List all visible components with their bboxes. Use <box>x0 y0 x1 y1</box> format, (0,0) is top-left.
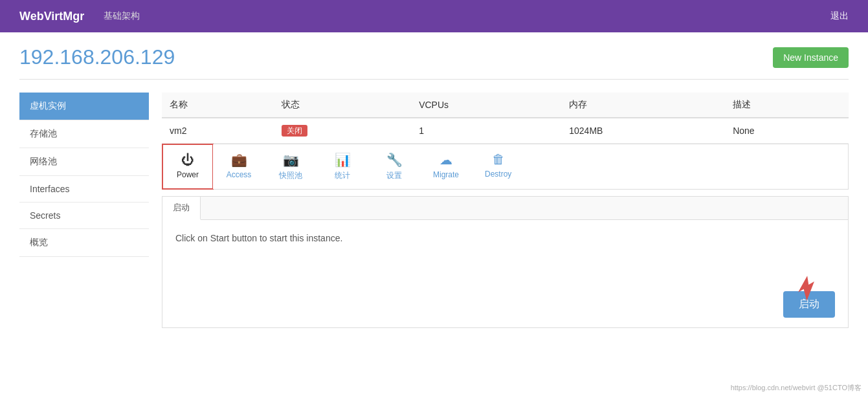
snapshots-button[interactable]: 📷 快照池 <box>265 144 317 189</box>
settings-button[interactable]: 🔧 设置 <box>368 144 420 189</box>
content-area: 虚机实例 存储池 网络池 Interfaces Secrets 概览 <box>19 93 849 328</box>
footer-watermark: @51CTO博客 <box>818 384 862 391</box>
destroy-button[interactable]: 🗑 Destroy <box>472 144 524 189</box>
new-instance-button[interactable]: New Instance <box>773 47 849 68</box>
instance-table: 名称 状态 VCPUs 内存 描述 vm2 关闭 1 1024MB <box>162 93 849 144</box>
sidebar-item-interfaces[interactable]: Interfaces <box>19 176 149 203</box>
stats-button[interactable]: 📊 统计 <box>317 144 368 189</box>
tab-start[interactable]: 启动 <box>162 197 201 220</box>
sidebar-item-storage[interactable]: 存储池 <box>19 120 149 148</box>
start-row: 启动 <box>162 285 848 327</box>
sidebar: 虚机实例 存储池 网络池 Interfaces Secrets 概览 <box>19 93 149 328</box>
access-icon: 💼 <box>231 152 247 168</box>
tab-message: Click on Start button to start this inst… <box>175 233 835 243</box>
wrench-icon: 🔧 <box>386 152 403 168</box>
migrate-button[interactable]: ☁ Migrate <box>420 144 472 189</box>
status-badge: 关闭 <box>282 125 307 137</box>
header: WebVirtMgr 基础架构 退出 <box>0 0 868 32</box>
footer: https://blog.cdn.net/webvirt @51CTO博客 <box>731 383 862 393</box>
cell-desc: None <box>725 118 849 144</box>
camera-icon: 📷 <box>283 152 299 168</box>
top-row: 192.168.206.129 New Instance <box>19 45 849 80</box>
tab-section: 启动 Click on Start button to start this i… <box>162 196 849 328</box>
action-row: ⏻ Power 💼 Access 📷 快照池 📊 统计 🔧 设置 <box>162 144 849 190</box>
cell-status: 关闭 <box>274 118 412 144</box>
header-left: WebVirtMgr 基础架构 <box>19 10 140 23</box>
table-row: vm2 关闭 1 1024MB None <box>162 118 849 144</box>
right-content: 名称 状态 VCPUs 内存 描述 vm2 关闭 1 1024MB <box>149 93 849 328</box>
power-button[interactable]: ⏻ Power <box>162 144 214 190</box>
logout-button[interactable]: 退出 <box>830 10 849 22</box>
cell-name: vm2 <box>162 118 274 144</box>
tab-content: Click on Start button to start this inst… <box>162 220 848 285</box>
access-button[interactable]: 💼 Access <box>213 144 265 189</box>
sidebar-item-secrets[interactable]: Secrets <box>19 203 149 229</box>
stats-icon: 📊 <box>335 152 351 168</box>
col-desc: 描述 <box>725 93 849 118</box>
cell-memory: 1024MB <box>561 118 725 144</box>
sidebar-item-vm[interactable]: 虚机实例 <box>19 93 149 120</box>
col-vcpus: VCPUs <box>411 93 561 118</box>
sidebar-item-network[interactable]: 网络池 <box>19 148 149 176</box>
migrate-icon: ☁ <box>440 152 452 168</box>
page-title: 192.168.206.129 <box>19 45 175 69</box>
brand-logo: WebVirtMgr <box>19 10 84 23</box>
col-name: 名称 <box>162 93 274 118</box>
main-content: 192.168.206.129 New Instance 虚机实例 存储池 网络… <box>0 32 868 396</box>
cell-vcpus: 1 <box>411 118 561 144</box>
trash-icon: 🗑 <box>492 152 505 167</box>
footer-url: https://blog.cdn.net/webvirt <box>731 384 816 391</box>
power-icon: ⏻ <box>181 153 194 168</box>
sidebar-item-overview[interactable]: 概览 <box>19 229 149 257</box>
col-memory: 内存 <box>561 93 725 118</box>
header-nav[interactable]: 基础架构 <box>104 10 140 22</box>
col-status: 状态 <box>274 93 412 118</box>
tab-header: 启动 <box>162 197 848 220</box>
